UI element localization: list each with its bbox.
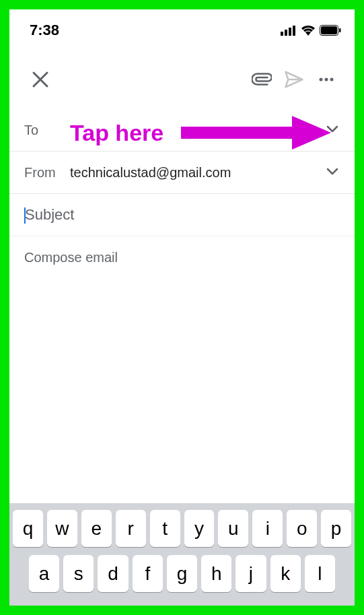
signal-icon bbox=[281, 25, 297, 36]
key-u[interactable]: u bbox=[218, 510, 248, 547]
body-input[interactable] bbox=[24, 250, 340, 490]
compose-toolbar bbox=[9, 44, 355, 109]
keyboard-row-2: a s d f g h j k l bbox=[13, 555, 351, 592]
key-o[interactable]: o bbox=[287, 510, 317, 547]
chevron-down-icon bbox=[325, 121, 340, 136]
key-d[interactable]: d bbox=[98, 555, 128, 592]
key-f[interactable]: f bbox=[133, 555, 163, 592]
body-area[interactable] bbox=[9, 236, 355, 503]
keyboard-row-1: q w e r t y u i o p bbox=[13, 510, 351, 547]
wifi-icon bbox=[301, 25, 316, 36]
status-time: 7:38 bbox=[30, 22, 59, 39]
screen-frame: 7:38 bbox=[9, 9, 355, 606]
close-button[interactable] bbox=[24, 63, 57, 96]
svg-point-7 bbox=[320, 78, 323, 82]
key-k[interactable]: k bbox=[270, 555, 301, 592]
from-row[interactable]: From technicalustad@gmail.com bbox=[9, 152, 355, 194]
more-icon bbox=[318, 71, 335, 88]
expand-recipients-button[interactable] bbox=[325, 121, 340, 139]
close-icon bbox=[32, 71, 49, 88]
svg-rect-3 bbox=[293, 26, 295, 36]
status-bar: 7:38 bbox=[9, 9, 355, 44]
from-value: technicalustad@gmail.com bbox=[62, 165, 231, 181]
svg-rect-1 bbox=[285, 30, 287, 36]
from-dropdown-button[interactable] bbox=[325, 164, 340, 181]
svg-point-8 bbox=[325, 78, 328, 82]
svg-rect-6 bbox=[339, 28, 341, 32]
key-y[interactable]: y bbox=[184, 510, 215, 547]
status-indicators bbox=[281, 25, 341, 36]
key-g[interactable]: g bbox=[167, 555, 197, 592]
keyboard: q w e r t y u i o p a s d f g h j k l bbox=[9, 503, 355, 606]
svg-rect-0 bbox=[281, 32, 283, 36]
key-a[interactable]: a bbox=[29, 555, 59, 592]
key-s[interactable]: s bbox=[63, 555, 94, 592]
key-p[interactable]: p bbox=[321, 510, 351, 547]
text-cursor bbox=[24, 207, 26, 224]
send-icon bbox=[284, 69, 304, 90]
key-h[interactable]: h bbox=[201, 555, 231, 592]
key-t[interactable]: t bbox=[150, 510, 180, 547]
key-e[interactable]: e bbox=[81, 510, 112, 547]
key-i[interactable]: i bbox=[252, 510, 283, 547]
svg-rect-2 bbox=[289, 28, 291, 36]
more-button[interactable] bbox=[310, 63, 342, 96]
send-button[interactable] bbox=[278, 63, 310, 96]
key-w[interactable]: w bbox=[47, 510, 77, 547]
subject-input[interactable] bbox=[24, 206, 340, 224]
paperclip-icon bbox=[252, 69, 272, 90]
to-row[interactable]: To bbox=[9, 109, 355, 152]
key-r[interactable]: r bbox=[116, 510, 146, 547]
attach-button[interactable] bbox=[246, 63, 278, 96]
key-q[interactable]: q bbox=[13, 510, 43, 547]
svg-point-9 bbox=[330, 78, 334, 82]
key-j[interactable]: j bbox=[235, 555, 266, 592]
svg-rect-5 bbox=[321, 26, 337, 34]
to-label: To bbox=[24, 123, 62, 138]
from-label: From bbox=[24, 165, 62, 181]
key-l[interactable]: l bbox=[305, 555, 335, 592]
battery-icon bbox=[320, 25, 341, 36]
chevron-down-icon bbox=[325, 164, 340, 179]
subject-row[interactable] bbox=[9, 194, 355, 236]
